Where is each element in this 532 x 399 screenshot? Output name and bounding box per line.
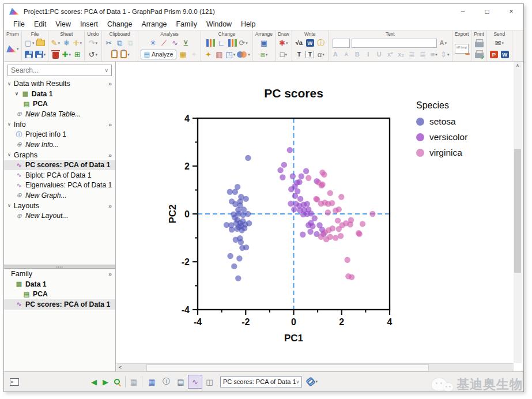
collapse-icon[interactable]: ∨ bbox=[7, 122, 11, 127]
analysis-a-icon[interactable]: ✳ bbox=[148, 38, 157, 48]
scroll-up-icon[interactable]: ∧ bbox=[514, 63, 522, 68]
add-table-icon[interactable]: ⊞ bbox=[73, 49, 82, 59]
series-versicolor[interactable] bbox=[277, 147, 326, 238]
paste-dim-icon[interactable]: ⧉ bbox=[126, 38, 135, 48]
collapse-icon[interactable]: ∨ bbox=[7, 81, 11, 86]
email-dropdown-icon[interactable]: ▾ bbox=[502, 41, 504, 45]
link-icon[interactable] bbox=[307, 378, 315, 385]
copy-icon[interactable]: ⧉ bbox=[115, 38, 124, 48]
close-button[interactable]: × bbox=[499, 5, 523, 18]
tree-item-pca[interactable]: ▤PCA bbox=[4, 99, 115, 110]
clipboard-paste-icon[interactable]: ▾ bbox=[120, 49, 130, 59]
group-objects-icon[interactable]: ⧈▾ bbox=[259, 49, 269, 59]
tree-item-pc-scores-pca-of-data-1[interactable]: ∿PC scores: PCA of Data 1 bbox=[4, 299, 115, 310]
section-more-icon[interactable]: » bbox=[108, 152, 112, 159]
tree-item-new-graph[interactable]: ⊕New Graph... bbox=[4, 190, 115, 201]
pin-icon[interactable]: ✛▾ bbox=[73, 38, 82, 48]
spacing-dropdown-icon[interactable]: ▾ bbox=[447, 52, 450, 57]
info-view-button[interactable]: ⓘ bbox=[159, 375, 173, 389]
wand-dim-icon[interactable]: ✦ bbox=[189, 49, 198, 59]
save-all-dropdown-icon[interactable]: ▾ bbox=[44, 52, 46, 57]
undo-icon[interactable]: ↺▾ bbox=[88, 49, 97, 59]
tree-section-layouts[interactable]: ∨Layouts» bbox=[4, 201, 115, 211]
text-t-icon[interactable]: T bbox=[295, 49, 304, 59]
info-badge-icon[interactable]: ⓘ bbox=[316, 38, 326, 48]
font-size-select-icon[interactable] bbox=[333, 38, 350, 48]
equation-icon[interactable]: √a bbox=[295, 38, 304, 48]
sheet-selector-dropdown[interactable]: PC scores: PCA of Data 1 ∨ bbox=[220, 377, 302, 387]
analyze-icon[interactable]: ▤Analyze bbox=[141, 49, 177, 59]
analysis-d-icon[interactable]: ⊻ bbox=[181, 38, 190, 48]
tree-item-new-data-table[interactable]: ⊕New Data Table... bbox=[4, 109, 115, 119]
word-w-icon[interactable]: W bbox=[305, 38, 315, 48]
freeze-icon[interactable]: ❄ bbox=[62, 38, 71, 48]
navigator-toggle-button[interactable]: ⇤ bbox=[9, 375, 20, 388]
axis-icon[interactable]: ∟ bbox=[217, 38, 226, 48]
link-caret-icon[interactable]: ▾ bbox=[315, 379, 318, 384]
tree-item-data-1[interactable]: ∨▦Data 1 bbox=[4, 89, 115, 99]
search-input[interactable]: Search... ∨ bbox=[7, 65, 112, 76]
legend-item-setosa[interactable]: setosa bbox=[416, 116, 514, 127]
grow-font-icon[interactable]: A bbox=[331, 49, 340, 59]
ruler-a-icon[interactable]: ≣ bbox=[408, 49, 417, 59]
pencil-icon[interactable]: ✎▾ bbox=[51, 38, 60, 48]
open-file-icon[interactable] bbox=[36, 38, 45, 48]
italic-icon[interactable]: I bbox=[364, 49, 373, 59]
redo-dropdown-icon[interactable]: ▾ bbox=[96, 41, 98, 45]
rect-tool-icon[interactable]: □▾ bbox=[279, 49, 288, 59]
superscript-icon[interactable]: x² bbox=[386, 49, 395, 59]
text-t-boxed-icon[interactable]: T bbox=[305, 49, 315, 59]
zoom-search-button[interactable] bbox=[111, 375, 123, 388]
ruler-b-icon[interactable]: ≣ bbox=[418, 49, 428, 59]
email-icon[interactable]: ✉▾ bbox=[495, 38, 504, 48]
print-check-icon[interactable] bbox=[474, 49, 484, 59]
align-icon[interactable]: ≡▾ bbox=[429, 49, 439, 59]
redo-icon[interactable]: ↷▾ bbox=[88, 38, 97, 48]
pin-dropdown-icon[interactable]: ▾ bbox=[80, 41, 82, 45]
ppt-p-icon[interactable]: P bbox=[489, 49, 499, 59]
prism-logo-dropdown-icon[interactable]: ▾ bbox=[17, 47, 19, 51]
scroll-left-icon[interactable]: < bbox=[119, 364, 122, 370]
forward-button[interactable]: ▶ bbox=[100, 375, 111, 388]
analysis-c-icon[interactable]: ∿ bbox=[170, 38, 179, 48]
chart-export-dropdown-icon[interactable]: ▾ bbox=[233, 52, 236, 57]
vertical-scroll-thumb[interactable] bbox=[514, 149, 521, 273]
analysis-b-icon[interactable]: ⟋ bbox=[159, 38, 168, 48]
section-more-icon[interactable]: » bbox=[108, 80, 112, 87]
menu-item-view[interactable]: View bbox=[51, 19, 76, 29]
menu-item-file[interactable]: File bbox=[9, 19, 29, 29]
series-setosa[interactable] bbox=[224, 155, 252, 281]
clipboard-paste-dropdown-icon[interactable]: ▾ bbox=[127, 52, 130, 57]
font-select-icon[interactable] bbox=[352, 38, 437, 48]
tree-item-eigenvalues-pca-of-data-1[interactable]: ∿Eigenvalues: PCA of Data 1 bbox=[4, 180, 115, 191]
collapse-icon[interactable]: ∨ bbox=[7, 152, 11, 157]
pencil-dropdown-icon[interactable]: ▾ bbox=[58, 41, 60, 45]
menu-item-help[interactable]: Help bbox=[236, 19, 260, 29]
maximize-button[interactable]: □ bbox=[475, 5, 499, 18]
legend-item-versicolor[interactable]: versicolor bbox=[416, 132, 514, 142]
rotate-icon[interactable]: ⟳▾ bbox=[239, 38, 248, 48]
chart-type-icon[interactable] bbox=[206, 38, 215, 48]
menu-item-arrange[interactable]: Arrange bbox=[137, 19, 171, 29]
tree-item-new-info[interactable]: ⊕New Info... bbox=[4, 140, 115, 150]
menu-item-edit[interactable]: Edit bbox=[29, 19, 51, 29]
font-color-dropdown-icon[interactable]: ▾ bbox=[444, 41, 447, 45]
chart-k-icon[interactable] bbox=[228, 38, 237, 48]
results-table-icon[interactable]: ▦ bbox=[178, 49, 187, 59]
save-icon[interactable] bbox=[24, 49, 33, 59]
bold-icon[interactable]: B bbox=[353, 49, 362, 59]
clipboard-icon[interactable] bbox=[110, 49, 119, 59]
search-dropdown-icon[interactable]: ∨ bbox=[104, 67, 108, 73]
tree-item-data-1[interactable]: ▦Data 1 bbox=[4, 279, 115, 289]
wand-icon[interactable]: ✦ bbox=[203, 49, 213, 59]
star-line-dropdown-icon[interactable]: ▾ bbox=[286, 41, 288, 45]
minimize-button[interactable]: – bbox=[451, 5, 475, 18]
colors-dropdown-icon[interactable]: ▾ bbox=[248, 52, 250, 57]
graph-view-button[interactable]: ∿ bbox=[188, 375, 202, 389]
export-tiff-icon[interactable]: tiff bmp bbox=[455, 44, 469, 54]
rect-tool-dropdown-icon[interactable]: ▾ bbox=[285, 52, 288, 57]
legend-item-virginica[interactable]: virginica bbox=[416, 148, 514, 158]
data-grid-icon[interactable]: ▥ bbox=[214, 49, 224, 59]
family-more-icon[interactable]: » bbox=[108, 270, 112, 277]
tree-item-new-layout[interactable]: ⊕New Layout... bbox=[4, 211, 115, 221]
